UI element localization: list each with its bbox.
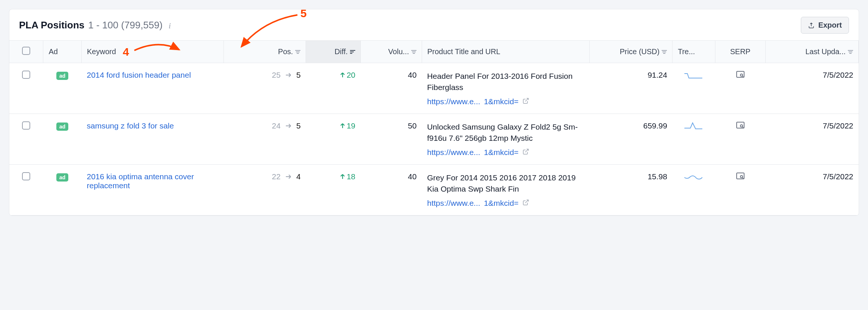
pla-positions-panel: PLA Positions 1 - 100 (799,559) i Export… [9,9,859,216]
col-updated-label: Last Upda... [805,47,846,56]
col-diff-label: Diff. [335,47,348,56]
sort-active-icon [350,47,355,56]
range-text: 1 - 100 [88,19,118,31]
keyword-link[interactable]: 2014 ford fusion header panel [87,71,191,79]
diff-value: 20 [340,71,355,80]
product-url[interactable]: https://www.e... 1&mkcid= [427,97,584,106]
position-change: 22 4 [229,172,301,181]
col-trend-label: Tre... [678,47,695,56]
trend-sparkline [684,121,704,130]
table-row: ad 2016 kia optima antenna cover replace… [9,164,859,215]
position-new: 4 [296,172,301,181]
updated-value: 7/5/2022 [823,71,853,79]
column-header-ad[interactable]: Ad [43,41,82,63]
panel-header: PLA Positions 1 - 100 (799,559) i Export [9,9,859,40]
info-icon[interactable]: i [169,21,171,31]
panel-title: PLA Positions [19,19,84,31]
select-all-checkbox[interactable] [22,47,30,55]
product-url[interactable]: https://www.e... 1&mkcid= [427,148,584,157]
product-title: Unlocked Samsung Galaxy Z Fold2 5g Sm-f9… [427,121,584,144]
arrow-right-icon [285,71,292,80]
position-old: 22 [272,172,281,181]
diff-value: 18 [340,172,355,181]
col-keyword-label: Keyword [87,47,116,56]
table-header-row: Ad Keyword Pos. Diff. Volu... Product Ti… [9,41,859,63]
svg-point-5 [740,176,743,178]
arrow-right-icon [285,121,292,130]
external-link-icon[interactable] [522,199,529,208]
col-product-label: Product Title and URL [427,47,500,56]
export-label: Export [818,21,842,30]
url-suffix: 1&mkcid= [484,97,519,106]
url-suffix: 1&mkcid= [484,148,519,157]
arrow-up-icon [340,123,345,129]
table-row: ad samsung z fold 3 for sale 24 5 19 50 … [9,114,859,164]
export-icon [808,22,815,29]
url-text: https://www.e... [427,148,480,157]
trend-sparkline [684,71,704,80]
panel-range: 1 - 100 (799,559) [88,19,163,31]
column-header-diff[interactable]: Diff. [306,41,361,63]
serp-preview-icon[interactable] [736,173,745,181]
ad-badge: ad [56,173,68,182]
diff-number: 19 [347,121,355,130]
product-title: Header Panel For 2013-2016 Ford Fusion F… [427,71,584,93]
col-price-label: Price (USD) [620,47,660,56]
table-row: ad 2014 ford fusion header panel 25 5 20… [9,63,859,114]
row-checkbox[interactable] [22,71,30,79]
sort-icon [662,47,667,56]
column-header-serp[interactable]: SERP [715,41,765,63]
row-checkbox[interactable] [22,121,30,130]
col-pos-label: Pos. [278,47,293,56]
updated-value: 7/5/2022 [823,172,853,181]
col-volume-label: Volu... [388,47,409,56]
column-header-keyword[interactable]: Keyword [82,41,224,63]
export-button[interactable]: Export [801,17,849,34]
col-ad-label: Ad [49,47,57,56]
price-value: 15.98 [647,172,667,181]
url-text: https://www.e... [427,199,480,208]
external-link-icon[interactable] [522,148,529,157]
column-header-price[interactable]: Price (USD) [589,41,672,63]
position-old: 25 [272,71,281,80]
position-change: 24 5 [229,121,301,130]
url-suffix: 1&mkcid= [484,199,519,208]
sort-icon [848,47,853,56]
column-header-product[interactable]: Product Title and URL [422,41,589,63]
position-new: 5 [296,71,301,80]
product-url[interactable]: https://www.e... 1&mkcid= [427,199,584,208]
product-title: Grey For 2014 2015 2016 2017 2018 2019 K… [427,172,584,195]
arrow-up-icon [340,72,345,78]
price-value: 659.99 [643,121,667,130]
column-header-trend[interactable]: Tre... [672,41,715,63]
row-checkbox[interactable] [22,172,30,180]
url-text: https://www.e... [427,97,480,106]
svg-point-1 [740,74,743,76]
sort-icon [411,47,416,56]
position-old: 24 [272,121,281,130]
updated-value: 7/5/2022 [823,121,853,130]
serp-preview-icon[interactable] [736,122,745,130]
ad-badge: ad [56,123,68,131]
position-new: 5 [296,121,301,130]
sort-icon [295,47,300,56]
keyword-link[interactable]: 2016 kia optima antenna cover replacemen… [87,172,194,190]
arrow-up-icon [340,174,345,180]
column-header-pos[interactable]: Pos. [224,41,306,63]
results-table: Ad Keyword Pos. Diff. Volu... Product Ti… [9,40,859,216]
arrow-right-icon [285,172,292,181]
diff-value: 19 [340,121,355,130]
total-text: (799,559) [121,19,162,31]
diff-number: 20 [347,71,355,80]
column-header-updated[interactable]: Last Upda... [765,41,858,63]
serp-preview-icon[interactable] [736,71,745,80]
column-header-volume[interactable]: Volu... [360,41,422,63]
position-change: 25 5 [229,71,301,80]
svg-point-3 [740,125,743,127]
external-link-icon[interactable] [522,97,529,106]
price-value: 91.24 [647,71,667,79]
col-serp-label: SERP [730,47,750,56]
column-header-checkbox[interactable] [9,41,43,63]
keyword-link[interactable]: samsung z fold 3 for sale [87,121,174,130]
trend-sparkline [684,172,704,181]
